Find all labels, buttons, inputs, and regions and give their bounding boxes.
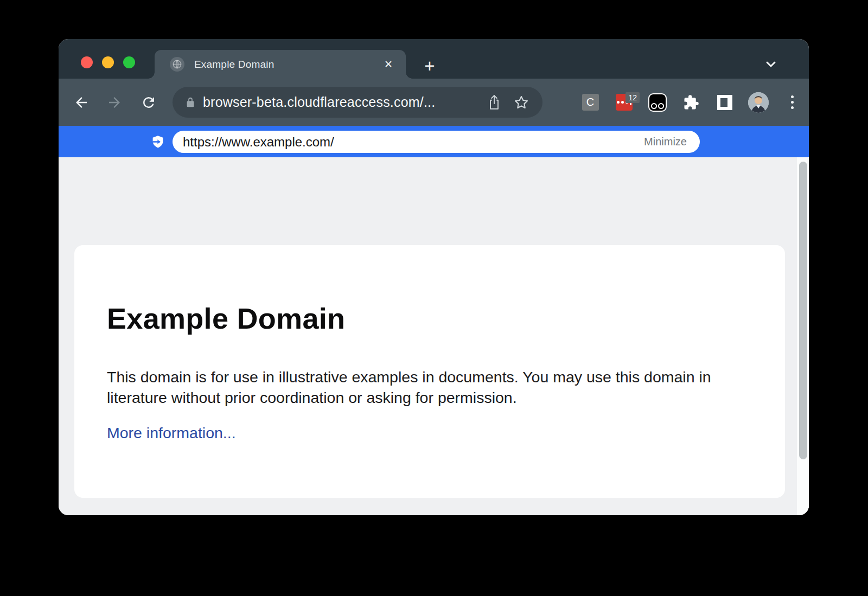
tab-strip: Example Domain ✕ + — [59, 39, 809, 79]
puzzle-piece-icon — [683, 94, 699, 111]
extension-c-button[interactable]: C — [573, 94, 607, 111]
browser-window: Example Domain ✕ + — [59, 39, 809, 515]
globe-favicon-icon — [170, 57, 184, 72]
forward-button[interactable] — [105, 93, 124, 112]
macos-close-button[interactable] — [81, 56, 93, 68]
browser-menu-button[interactable] — [775, 95, 809, 109]
scrollbar-track[interactable] — [797, 157, 809, 515]
two-circles-icon — [648, 93, 667, 112]
macos-zoom-button[interactable] — [123, 56, 135, 68]
extensions-row: C 12 — [573, 79, 809, 126]
share-icon[interactable] — [487, 94, 501, 111]
scrollbar-thumb[interactable] — [799, 162, 807, 459]
side-panel-icon — [717, 95, 732, 110]
profile-avatar[interactable] — [742, 92, 775, 113]
reload-button[interactable] — [139, 93, 158, 112]
macos-minimize-button[interactable] — [102, 56, 114, 68]
extension-password-manager-button[interactable]: 12 — [607, 94, 641, 111]
tab-title: Example Domain — [194, 59, 274, 71]
example-domain-card: Example Domain This domain is for use in… — [74, 245, 785, 498]
lock-icon[interactable] — [184, 97, 196, 108]
page-viewport: Example Domain This domain is for use in… — [59, 157, 809, 515]
extensions-menu-button[interactable] — [674, 94, 708, 111]
side-panel-button[interactable] — [708, 95, 742, 110]
avatar — [748, 92, 769, 113]
isolation-url-pill: Minimize — [173, 131, 700, 153]
tab-search-chevron-down-icon[interactable] — [764, 60, 777, 69]
tab-close-icon[interactable]: ✕ — [381, 57, 396, 72]
page-title: Example Domain — [107, 302, 752, 335]
extension-badge-count: 12 — [626, 92, 640, 103]
isolation-url-bar: Minimize — [59, 126, 809, 157]
tab-example-domain[interactable]: Example Domain ✕ — [155, 50, 406, 79]
kebab-menu-icon — [791, 95, 794, 109]
back-button[interactable] — [72, 93, 91, 112]
isolation-url-input[interactable] — [183, 134, 644, 150]
minimize-bar-button[interactable]: Minimize — [644, 136, 687, 148]
omnibox-actions — [487, 94, 529, 111]
address-bar-url[interactable]: browser-beta.cloudflareaccess.com/... — [203, 94, 487, 110]
browser-toolbar: browser-beta.cloudflareaccess.com/... — [59, 79, 809, 126]
bookmark-star-icon[interactable] — [513, 94, 529, 111]
page-body-text: This domain is for use in illustrative e… — [107, 367, 731, 408]
address-bar[interactable]: browser-beta.cloudflareaccess.com/... — [173, 87, 542, 118]
new-tab-button[interactable]: + — [420, 56, 439, 75]
screenshot-stage: Example Domain ✕ + — [0, 0, 868, 596]
extension-camera-button[interactable] — [641, 93, 674, 112]
shield-arrow-icon — [150, 134, 166, 150]
extension-c-icon: C — [582, 94, 599, 111]
more-information-link[interactable]: More information... — [107, 424, 236, 442]
traffic-lights — [81, 56, 135, 68]
